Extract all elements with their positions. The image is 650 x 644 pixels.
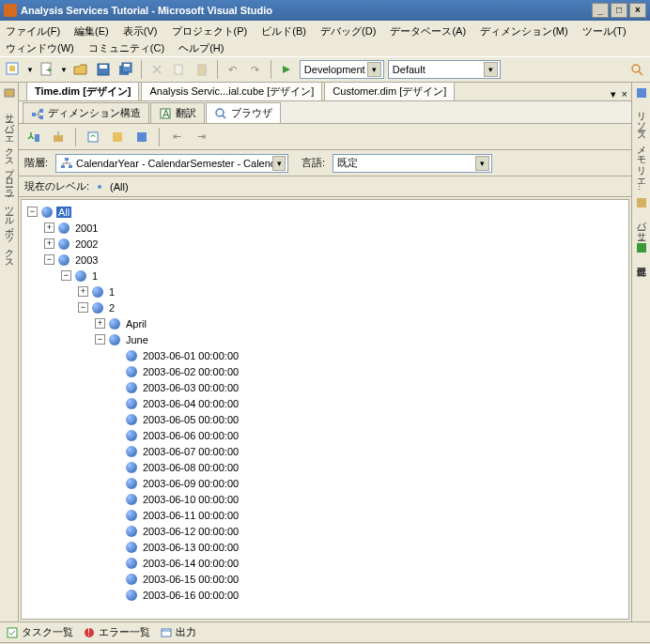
member-icon xyxy=(126,542,137,553)
save-all-icon[interactable] xyxy=(116,60,135,79)
tree-node-date[interactable]: 2003-06-11 00:00:00 xyxy=(23,507,627,523)
platform-combo[interactable]: Default ▾ xyxy=(388,60,501,79)
tree-node-date[interactable]: 2003-06-06 00:00:00 xyxy=(23,427,627,443)
expand-icon[interactable]: + xyxy=(44,222,54,233)
tab-browser[interactable]: ブラウザ xyxy=(206,102,281,123)
tree-node-year[interactable]: + 2002 xyxy=(23,236,627,252)
right-sidebar[interactable]: リソース メモリ エ... パーサー 配置処理 xyxy=(631,83,650,621)
right-tab-memory[interactable]: リソース メモリ エ... xyxy=(635,105,648,191)
tree-view[interactable]: − All + 2001 + 2002 xyxy=(21,199,629,620)
collapse-icon[interactable]: − xyxy=(27,207,38,217)
designer-tabs: ディメンション構造 A 翻訳 ブラウザ xyxy=(19,101,631,124)
deploy-icon[interactable] xyxy=(635,241,648,254)
menu-dimension[interactable]: ディメンション(M) xyxy=(480,25,568,37)
solution-combo[interactable]: Development ▾ xyxy=(300,60,384,79)
menu-database[interactable]: データベース(A) xyxy=(390,25,466,37)
tree-node-date[interactable]: 2003-06-09 00:00:00 xyxy=(23,475,627,491)
tree-node-date[interactable]: 2003-06-10 00:00:00 xyxy=(23,491,627,507)
menu-project[interactable]: プロジェクト(P) xyxy=(172,25,248,37)
menu-help[interactable]: ヘルプ(H) xyxy=(178,42,224,54)
tab-menu-icon[interactable]: ▾ xyxy=(611,88,616,100)
close-button[interactable]: × xyxy=(629,3,646,18)
tree-node-date[interactable]: 2003-06-15 00:00:00 xyxy=(23,571,627,587)
add-item-icon[interactable]: + xyxy=(38,60,56,79)
tab-translation[interactable]: A 翻訳 xyxy=(150,102,205,123)
indent-left-icon[interactable]: ⇤ xyxy=(167,128,186,146)
server-explorer-icon[interactable] xyxy=(3,86,16,100)
minimize-button[interactable]: _ xyxy=(592,3,609,18)
right-tab-parser[interactable]: パーサー xyxy=(635,215,648,236)
tab-customer-dim[interactable]: Customer.dim [デザイン] xyxy=(324,82,455,100)
tab-close-icon[interactable]: × xyxy=(622,88,627,100)
tree-node-date[interactable]: 2003-06-14 00:00:00 xyxy=(23,555,627,571)
tab-structure[interactable]: ディメンション構造 xyxy=(23,102,149,123)
tree-node-date[interactable]: 2003-06-01 00:00:00 xyxy=(23,347,627,363)
paste-icon[interactable] xyxy=(193,60,211,79)
menu-debug[interactable]: デバッグ(D) xyxy=(320,25,376,37)
new-project-icon[interactable] xyxy=(4,60,23,79)
menu-tool[interactable]: ツール(T) xyxy=(582,25,627,37)
tab-output[interactable]: 出力 xyxy=(160,625,196,639)
hierarchy-combo[interactable]: CalendarYear - CalendarSemester - Calend… xyxy=(55,154,288,173)
tree-node-quarter[interactable]: − 2 xyxy=(23,299,627,315)
tree-node-date[interactable]: 2003-06-13 00:00:00 xyxy=(23,539,627,555)
tree-node-semester[interactable]: − 1 xyxy=(23,268,627,284)
reconnect-icon[interactable] xyxy=(49,128,68,146)
tree-node-date[interactable]: 2003-06-07 00:00:00 xyxy=(23,443,627,459)
tree-node-date[interactable]: 2003-06-02 00:00:00 xyxy=(23,363,627,379)
menu-view[interactable]: 表示(V) xyxy=(123,25,158,37)
maximize-button[interactable]: □ xyxy=(611,3,627,18)
open-icon[interactable] xyxy=(71,60,90,79)
collapse-icon[interactable]: − xyxy=(61,270,71,281)
tree-node-date[interactable]: 2003-06-16 00:00:00 xyxy=(23,587,627,603)
menu-window[interactable]: ウィンドウ(W) xyxy=(6,42,74,54)
tree-node-month[interactable]: − June xyxy=(23,331,627,347)
tab-time-dim[interactable]: Time.dim [デザイン] xyxy=(26,82,139,100)
language-combo[interactable]: 既定 ▾ xyxy=(333,154,492,173)
member-props-icon[interactable] xyxy=(108,128,127,146)
start-icon[interactable] xyxy=(277,60,296,79)
process-icon[interactable] xyxy=(24,128,43,146)
parser-icon[interactable] xyxy=(635,196,648,209)
tree-node-date[interactable]: 2003-06-12 00:00:00 xyxy=(23,523,627,539)
expand-icon[interactable]: + xyxy=(78,286,88,297)
tab-error-list[interactable]: ! エラー一覧 xyxy=(83,625,150,639)
left-sidebar[interactable]: サーバー エクスプローラ | ツールボックス xyxy=(0,83,19,621)
indent-right-icon[interactable]: ⇥ xyxy=(192,128,210,146)
collapse-icon[interactable]: − xyxy=(44,254,54,265)
menu-edit[interactable]: 編集(E) xyxy=(74,25,109,37)
refresh-icon[interactable] xyxy=(84,128,102,146)
save-icon[interactable] xyxy=(94,60,113,79)
tree-node-all[interactable]: − All xyxy=(23,204,627,220)
memory-icon[interactable] xyxy=(635,86,648,100)
svg-text:!: ! xyxy=(87,626,90,637)
expand-icon[interactable]: + xyxy=(95,318,105,329)
chevron-down-icon[interactable]: ▾ xyxy=(484,62,498,77)
chevron-down-icon[interactable]: ▾ xyxy=(475,156,489,171)
level-value: (All) xyxy=(110,181,129,192)
copy-icon[interactable] xyxy=(170,60,189,79)
tree-node-year[interactable]: − 2003 xyxy=(23,252,627,268)
expand-icon[interactable]: + xyxy=(44,238,54,249)
tree-node-date[interactable]: 2003-06-05 00:00:00 xyxy=(23,411,627,427)
tree-node-quarter[interactable]: + 1 xyxy=(23,284,627,299)
collapse-icon[interactable]: − xyxy=(78,302,88,313)
chevron-down-icon[interactable]: ▾ xyxy=(367,62,381,77)
redo-icon[interactable]: ↷ xyxy=(246,60,265,79)
cut-icon[interactable] xyxy=(147,60,166,79)
tree-node-year[interactable]: + 2001 xyxy=(23,220,627,236)
undo-icon[interactable]: ↶ xyxy=(224,60,242,79)
tab-task-list[interactable]: タスク一覧 xyxy=(6,625,73,639)
chevron-down-icon[interactable]: ▾ xyxy=(272,156,286,171)
menu-build[interactable]: ビルド(B) xyxy=(261,25,306,37)
menu-community[interactable]: コミュニティ(C) xyxy=(88,42,164,54)
writeback-icon[interactable] xyxy=(132,128,151,146)
menu-file[interactable]: ファイル(F) xyxy=(6,25,60,37)
tree-node-month[interactable]: + April xyxy=(23,315,627,331)
tree-node-date[interactable]: 2003-06-04 00:00:00 xyxy=(23,395,627,411)
tree-node-date[interactable]: 2003-06-03 00:00:00 xyxy=(23,379,627,395)
collapse-icon[interactable]: − xyxy=(95,334,105,345)
find-icon[interactable] xyxy=(627,60,646,79)
tree-node-date[interactable]: 2003-06-08 00:00:00 xyxy=(23,459,627,475)
tab-cube[interactable]: Analysis Servic...ial.cube [デザイン] xyxy=(141,82,322,100)
